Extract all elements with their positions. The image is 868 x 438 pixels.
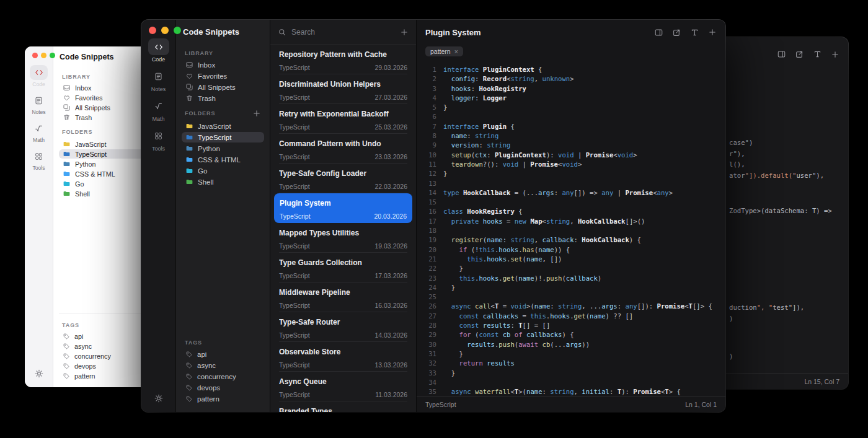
rail-item-math[interactable]: Math — [148, 98, 169, 122]
snippet-meta: TypeScript14.03.2026 — [279, 331, 407, 339]
code-line: 17 private hooks = new Map<string, HookC… — [424, 217, 725, 226]
rail-item-math[interactable]: Math — [30, 121, 48, 143]
new-snippet-button[interactable] — [400, 28, 409, 37]
folder-item-javascript[interactable]: JavaScript — [59, 139, 153, 149]
code-line-text: async waterfall<T>(name: string, initial… — [443, 387, 681, 396]
sidebar-item-all-snippets[interactable]: All Snippets — [59, 103, 153, 112]
tag-item-pattern[interactable]: pattern — [59, 371, 153, 380]
zoom-button[interactable] — [174, 27, 181, 34]
snippet-item[interactable]: Type Guards CollectionTypeScript17.03.20… — [270, 253, 416, 283]
rail-item-tools[interactable]: Tools — [30, 149, 48, 171]
close-button[interactable] — [149, 27, 156, 34]
snippet-item[interactable]: Retry with Exponential BackoffTypeScript… — [270, 104, 416, 134]
code-fragment: duction", "test"]), — [729, 304, 804, 311]
snippet-title: Type Guards Collection — [279, 258, 407, 267]
rail-item-code[interactable]: Code — [148, 38, 169, 63]
tag-item-api[interactable]: api — [59, 331, 153, 341]
code-line-text: class HookRegistry { — [443, 207, 523, 216]
snippet-item[interactable]: Mapped Types UtilitiesTypeScript19.03.20… — [270, 223, 416, 253]
tag-item-concurrency[interactable]: concurrency — [59, 351, 153, 361]
tag-item-concurrency[interactable]: concurrency — [182, 371, 264, 382]
snippet-title: Mapped Types Utilities — [279, 229, 407, 237]
tag-item-api[interactable]: api — [182, 349, 264, 359]
rail-item-notes[interactable]: Notes — [30, 93, 48, 115]
folder-item-css-html[interactable]: CSS & HTML — [59, 169, 153, 178]
sidebar-item-inbox[interactable]: Inbox — [182, 59, 264, 70]
sidebar-item-label: Favorites — [198, 72, 227, 80]
folder-icon — [185, 155, 193, 164]
tag-item-label: concurrency — [197, 373, 236, 380]
add-folder-button[interactable] — [252, 109, 261, 118]
folder-item-python[interactable]: Python — [182, 143, 264, 154]
snippet-language: TypeScript — [279, 123, 310, 131]
tag-item-pattern[interactable]: pattern — [182, 393, 264, 404]
sidebar-item-trash[interactable]: Trash — [59, 113, 153, 122]
folder-item-go[interactable]: Go — [59, 179, 153, 188]
sidebar-item-favorites[interactable]: Favorites — [59, 93, 153, 102]
folder-item-typescript[interactable]: TypeScript — [182, 132, 264, 142]
panel-icon[interactable] — [777, 50, 786, 59]
tag-item-devops[interactable]: devops — [59, 361, 153, 370]
snippet-item[interactable]: Async QueueTypeScript11.03.2026 — [270, 372, 416, 401]
sidebar-item-trash[interactable]: Trash — [182, 93, 264, 103]
rail-item-notes[interactable]: Notes — [148, 68, 169, 92]
folder-item-label: JavaScript — [198, 123, 231, 130]
code-line-text: const results: T[] = [] — [443, 321, 550, 330]
folder-item-shell[interactable]: Shell — [59, 189, 153, 198]
folder-item-shell[interactable]: Shell — [182, 177, 264, 187]
snippet-date: 14.03.2026 — [374, 331, 407, 339]
sidebar-item-favorites[interactable]: Favorites — [182, 71, 264, 81]
folder-icon — [63, 180, 71, 188]
snippet-item[interactable]: Type-Safe RouterTypeScript14.03.2026 — [270, 312, 416, 342]
tag-item-devops[interactable]: devops — [182, 382, 264, 393]
line-number: 28 — [424, 321, 436, 330]
code-line: 35 async waterfall<T>(name: string, init… — [424, 387, 725, 396]
snippet-item[interactable]: Observable StoreTypeScript13.03.2026 — [270, 342, 416, 372]
rail-item-tools[interactable]: Tools — [148, 128, 169, 152]
close-button[interactable] — [32, 53, 38, 58]
snippet-item[interactable]: Repository Pattern with CacheTypeScript2… — [270, 45, 416, 74]
folder-item-css-html[interactable]: CSS & HTML — [182, 154, 264, 165]
folder-item-javascript[interactable]: JavaScript — [182, 121, 264, 131]
export-icon[interactable] — [672, 28, 681, 37]
search-input[interactable]: Search — [291, 28, 395, 37]
text-format-icon[interactable] — [813, 50, 822, 59]
line-number: 3 — [424, 84, 436, 94]
panel-icon[interactable] — [654, 28, 663, 37]
folder-item-python[interactable]: Python — [59, 159, 153, 169]
code-line: 34 — [424, 378, 725, 387]
settings-gear-icon[interactable] — [154, 393, 164, 403]
tag-item-async[interactable]: async — [59, 341, 153, 351]
minimize-button[interactable] — [161, 27, 169, 34]
export-icon[interactable] — [795, 50, 804, 59]
zoom-button[interactable] — [50, 53, 55, 58]
sidebar-item-all-snippets[interactable]: All Snippets — [182, 82, 264, 92]
snippet-item[interactable]: Branded Types — [270, 401, 416, 412]
snippet-item[interactable]: Discriminated Union HelpersTypeScript27.… — [270, 74, 416, 104]
tag-item-async[interactable]: async — [182, 360, 264, 370]
plus-icon[interactable] — [831, 50, 839, 59]
folder-item-go[interactable]: Go — [182, 165, 264, 176]
folder-icon — [185, 144, 193, 152]
tag-chip[interactable]: pattern × — [425, 46, 463, 56]
snippet-item[interactable]: Middleware PipelineTypeScript16.03.2026 — [270, 283, 416, 312]
snippet-item[interactable]: Plugin SystemTypeScript20.03.2026 — [274, 193, 412, 223]
plus-icon[interactable] — [708, 28, 717, 37]
language-indicator: TypeScript — [425, 401, 456, 408]
text-format-icon[interactable] — [690, 28, 699, 37]
remove-tag-icon[interactable]: × — [454, 48, 458, 55]
rail-item-code[interactable]: Code — [30, 65, 48, 87]
settings-gear-icon[interactable] — [34, 369, 44, 379]
minimize-button[interactable] — [41, 53, 46, 58]
snippet-title: Type-Safe Router — [279, 318, 407, 326]
snippet-title: Command Pattern with Undo — [279, 139, 407, 148]
folder-item-typescript[interactable]: TypeScript — [59, 149, 153, 159]
snippet-item[interactable]: Command Pattern with UndoTypeScript23.03… — [270, 134, 416, 164]
snippet-item[interactable]: Type-Safe Config LoaderTypeScript22.03.2… — [270, 164, 416, 193]
code-editor[interactable]: 1interface PluginContext {2 config: Reco… — [417, 61, 725, 396]
line-number: 21 — [424, 255, 436, 264]
sidebar-item-inbox[interactable]: Inbox — [59, 83, 153, 92]
folders-list: JavaScriptTypeScriptPythonCSS & HTMLGoSh… — [59, 139, 153, 199]
code-line: 31 } — [424, 349, 725, 359]
snippet-date: 13.03.2026 — [374, 361, 407, 369]
